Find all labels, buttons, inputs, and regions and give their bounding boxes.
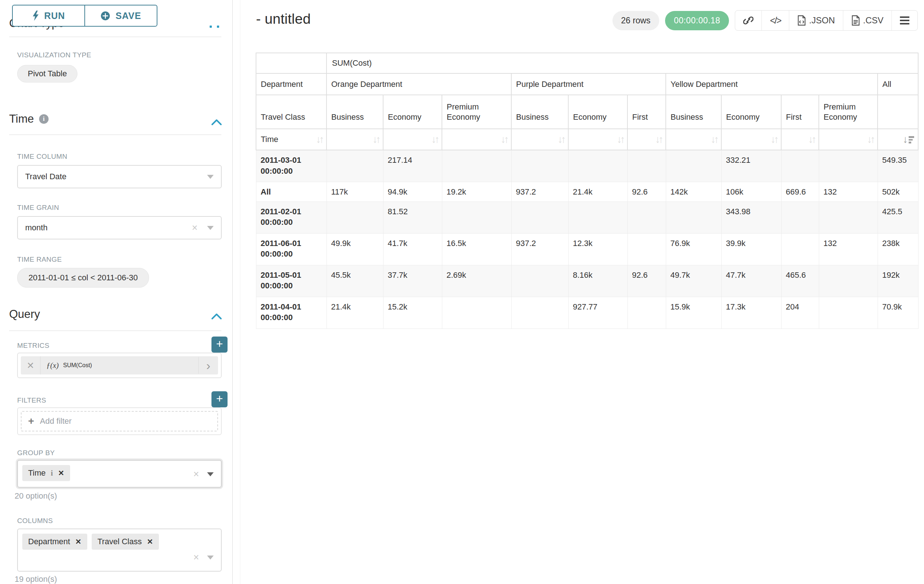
pivot-cell: 937.2 xyxy=(511,233,568,265)
pivot-data-row: 2011-06-01 00:00:0049.9k41.7k16.5k937.21… xyxy=(256,233,918,265)
chip-remove-icon[interactable]: ✕ xyxy=(58,469,64,477)
save-button[interactable]: SAVE xyxy=(85,5,157,26)
pivot-cell xyxy=(442,201,511,233)
sort-icon[interactable]: ↓↑ xyxy=(867,133,874,145)
time-section-header[interactable]: Time i xyxy=(9,112,49,125)
run-button[interactable]: RUN xyxy=(13,5,84,26)
chip-label: Travel Class xyxy=(97,537,142,546)
superset-explore-view: Chart Type RUN SAVE VISUALIZATION TYPE P… xyxy=(0,0,924,584)
pivot-cell: 76.9k xyxy=(666,233,721,265)
columns-select[interactable]: Department ✕ Travel Class ✕ × xyxy=(17,528,222,572)
clear-icon[interactable]: × xyxy=(192,222,198,234)
pivot-cell xyxy=(627,201,666,233)
sort-icon[interactable]: ↓↑ xyxy=(373,133,379,145)
pivot-cell: 16.5k xyxy=(442,233,511,265)
add-metric-button[interactable]: + xyxy=(211,337,228,353)
chip-remove-icon[interactable]: ✕ xyxy=(75,537,81,546)
pivot-column-header: Economy xyxy=(568,95,627,129)
visualization-type-label: VISUALIZATION TYPE xyxy=(17,51,91,59)
pivot-sort-cell: ↓↑ xyxy=(627,129,666,150)
pivot-cell: 669.6 xyxy=(781,182,819,201)
run-save-button-group: RUN SAVE xyxy=(12,5,157,26)
export-csv-button[interactable]: .CSV xyxy=(843,11,892,30)
sort-icon[interactable]: ↓↑ xyxy=(316,133,322,145)
copy-link-button[interactable] xyxy=(735,11,762,30)
pivot-row-label: 2011-05-01 00:00:00 xyxy=(256,265,327,297)
sort-icon[interactable]: ↓↑ xyxy=(617,133,624,145)
pivot-data-row: 2011-02-01 00:00:0081.52343.98425.5 xyxy=(256,201,918,233)
columns-chip-travel-class[interactable]: Travel Class ✕ xyxy=(92,534,159,550)
visualization-type-pill[interactable]: Pivot Table xyxy=(17,65,78,82)
pivot-cell: 15.9k xyxy=(666,297,721,329)
pivot-cell: 17.3k xyxy=(721,297,781,329)
pivot-cell: 425.5 xyxy=(878,201,918,233)
pivot-cell xyxy=(781,233,819,265)
group-by-chip-time[interactable]: Time i ✕ xyxy=(22,465,70,481)
pivot-cell: 937.2 xyxy=(511,182,568,201)
divider xyxy=(9,330,221,331)
file-json-icon xyxy=(797,15,806,26)
sort-desc-icon[interactable]: ↓ xyxy=(903,134,914,145)
pivot-metric-header: SUM(Cost) xyxy=(327,53,918,73)
sort-cell: ↓↑ xyxy=(632,133,662,145)
sort-icon[interactable]: ↓↑ xyxy=(771,133,777,145)
columns-options-hint: 19 option(s) xyxy=(15,574,57,584)
remove-metric-icon[interactable]: ✕ xyxy=(21,356,41,375)
pivot-column-header: Economy xyxy=(383,95,442,129)
time-column-select[interactable]: Travel Date xyxy=(17,165,222,188)
add-filter-button[interactable]: + Add filter xyxy=(21,411,218,431)
sort-icon[interactable]: ↓↑ xyxy=(501,133,507,145)
pivot-cell xyxy=(781,150,819,182)
columns-chip-department[interactable]: Department ✕ xyxy=(22,534,87,550)
pivot-sort-cell: ↓↑ xyxy=(327,129,383,150)
pivot-group-header: Orange Department xyxy=(327,73,511,95)
pivot-data-row: 2011-03-01 00:00:00217.14332.21549.35 xyxy=(256,150,918,182)
group-by-label: GROUP BY xyxy=(17,449,55,457)
pivot-table-container: SUM(Cost)DepartmentOrange DepartmentPurp… xyxy=(256,53,919,329)
chip-remove-icon[interactable]: ✕ xyxy=(147,537,153,546)
save-button-label: SAVE xyxy=(116,11,141,21)
pivot-sort-cell: ↓↑ xyxy=(819,129,878,150)
menu-button[interactable] xyxy=(892,11,917,30)
time-range-pill[interactable]: 2011-01-01 ≤ col < 2011-06-30 xyxy=(17,268,149,288)
sort-cell: ↓↑ xyxy=(786,133,815,145)
query-section-header[interactable]: Query xyxy=(9,308,40,321)
add-filter-plus-button[interactable]: + xyxy=(211,391,228,407)
sort-icon[interactable]: ↓↑ xyxy=(431,133,438,145)
clear-icon[interactable]: × xyxy=(193,552,199,563)
time-column-label: TIME COLUMN xyxy=(17,153,67,161)
embed-code-button[interactable]: </> xyxy=(762,11,789,30)
pivot-cell: 49.9k xyxy=(327,233,383,265)
pivot-cell xyxy=(819,201,878,233)
chevron-up-icon[interactable] xyxy=(211,119,222,125)
time-grain-select[interactable]: month × xyxy=(17,216,222,239)
pivot-cell xyxy=(327,201,383,233)
pivot-sort-cell: ↓↑ xyxy=(721,129,781,150)
group-by-select[interactable]: Time i ✕ × xyxy=(17,460,222,488)
expand-metric-icon[interactable]: › xyxy=(198,357,218,374)
caret-down-icon[interactable] xyxy=(207,472,214,476)
sort-icon[interactable]: ↓↑ xyxy=(711,133,717,145)
clear-icon[interactable]: × xyxy=(193,469,199,480)
sort-icon[interactable]: ↓↑ xyxy=(655,133,662,145)
pivot-sort-cell: ↓↑ xyxy=(511,129,568,150)
sort-icon[interactable]: ↓↑ xyxy=(558,133,564,145)
caret-down-icon[interactable] xyxy=(207,556,214,559)
sort-cell: ↓↑ xyxy=(331,133,379,145)
pivot-subcol-row: Travel ClassBusinessEconomyPremium Econo… xyxy=(256,95,918,129)
panel-gutter[interactable] xyxy=(233,0,240,584)
pivot-cell xyxy=(511,265,568,297)
panel-resize-handle[interactable] xyxy=(210,26,219,28)
sort-cell: ↓ xyxy=(882,134,914,145)
pivot-cell xyxy=(568,150,627,182)
chevron-up-icon[interactable] xyxy=(211,313,222,320)
pivot-group-header: All xyxy=(878,73,918,95)
chart-title[interactable]: - untitled xyxy=(256,11,311,27)
pivot-cell: 332.21 xyxy=(721,150,781,182)
sort-arrow: ↓ xyxy=(903,134,908,145)
pivot-metric-row: SUM(Cost) xyxy=(256,53,918,73)
sort-icon[interactable]: ↓↑ xyxy=(808,133,815,145)
metric-pill[interactable]: ✕ ƒ(x) SUM(Cost) › xyxy=(21,356,218,375)
pivot-cell xyxy=(627,150,666,182)
export-json-button[interactable]: .JSON xyxy=(789,11,843,30)
